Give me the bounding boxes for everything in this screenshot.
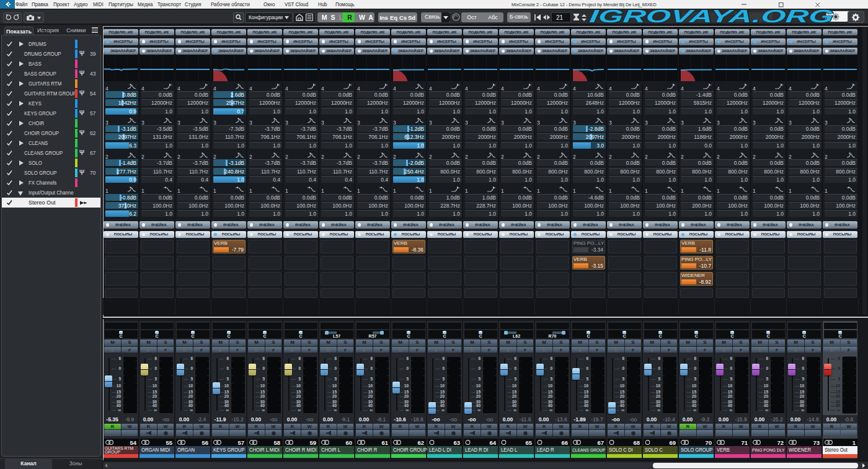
svg-text:IGROVAYA.ORG: IGROVAYA.ORG <box>588 6 835 26</box>
